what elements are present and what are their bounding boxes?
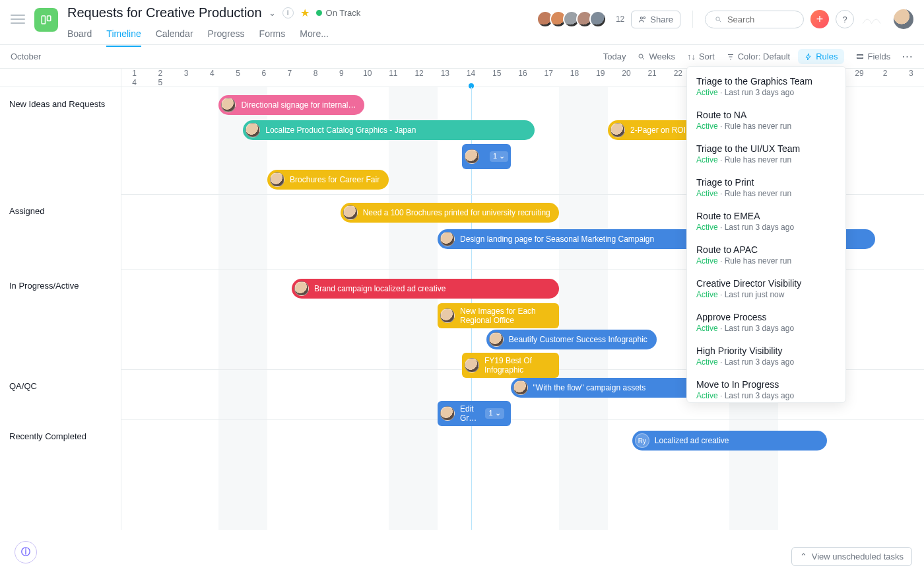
date-cell: 12 — [406, 69, 432, 78]
tab-board[interactable]: Board — [67, 24, 92, 47]
task-bar[interactable]: Need a 100 Brochures printed for univers… — [341, 203, 560, 223]
project-title[interactable]: Requests for Creative Production — [67, 5, 262, 20]
star-icon[interactable]: ★ — [300, 7, 310, 19]
view-unscheduled-button[interactable]: ⌃ View unscheduled tasks — [791, 547, 912, 566]
rule-name: Route to APAC — [696, 244, 836, 255]
separator — [692, 11, 693, 28]
rule-item[interactable]: Triage to the Graphics TeamActive · Last… — [687, 69, 845, 103]
task-bar[interactable]: FY19 Best Of Infographic — [462, 353, 559, 378]
hamburger-icon[interactable] — [11, 12, 25, 26]
header-left: Requests for Creative Production ⌄ i ★ O… — [11, 5, 541, 47]
date-cell: 6 — [251, 69, 277, 78]
date-cell: 14 — [458, 69, 484, 78]
tab-timeline[interactable]: Timeline — [106, 24, 141, 47]
rule-name: Route to NA — [696, 110, 836, 120]
section-header[interactable]: QA/QC — [0, 369, 121, 419]
assignee-avatar — [270, 172, 284, 187]
rule-item[interactable]: Creative Director VisibilityActive · Las… — [687, 271, 845, 305]
fields-button[interactable]: Fields — [856, 52, 890, 61]
member-avatars[interactable] — [541, 11, 607, 28]
section-header[interactable]: In Progress/Active — [0, 269, 121, 369]
more-actions-button[interactable]: ··· — [902, 52, 913, 61]
assignee-avatar: Ry — [635, 433, 649, 448]
task-label: Localized ad creative — [655, 436, 729, 445]
color-button[interactable]: Color: Default — [727, 52, 790, 61]
date-cell: 2 — [873, 69, 898, 78]
global-add-button[interactable]: + — [810, 10, 829, 28]
rule-name: Creative Director Visibility — [696, 278, 836, 289]
project-status[interactable]: On Track — [316, 8, 361, 18]
rule-status: Active · Rule has never run — [696, 189, 836, 198]
rule-item[interactable]: Move to In ProgressActive · Last run 3 d… — [687, 373, 845, 403]
date-cell: 10 — [354, 69, 380, 78]
rule-item[interactable]: Route to NAActive · Rule has never run — [687, 103, 845, 137]
rule-item[interactable]: High Priority VisibilityActive · Last ru… — [687, 339, 845, 373]
search-field[interactable] — [727, 15, 794, 24]
date-cell: 2 — [147, 69, 173, 78]
zoom-selector[interactable]: Weeks — [638, 52, 675, 61]
rule-name: Triage to the UI/UX Team — [696, 143, 836, 154]
svg-point-2 — [641, 17, 643, 18]
tab-more[interactable]: More... — [300, 24, 329, 47]
svg-rect-1 — [48, 16, 51, 21]
svg-point-5 — [639, 54, 643, 58]
project-icon[interactable] — [34, 8, 58, 32]
assignee-avatar — [440, 406, 455, 421]
search-icon — [715, 15, 722, 24]
tab-forms[interactable]: Forms — [259, 24, 286, 47]
task-bar[interactable]: Brochures for Career Fair — [267, 170, 389, 190]
task-bar[interactable]: B fi1 ⌄ — [462, 144, 511, 169]
rules-button[interactable]: Rules — [798, 49, 844, 64]
chevron-up-icon: ⌃ — [800, 552, 807, 561]
today-button[interactable]: Today — [603, 52, 626, 61]
task-label: Directional signage for internal events — [241, 100, 356, 110]
rule-status: Active · Rule has never run — [696, 256, 836, 266]
rule-status: Active · Last run 3 days ago — [696, 324, 836, 333]
section-header[interactable]: Assigned — [0, 194, 121, 269]
people-icon — [638, 15, 647, 24]
app-logo — [861, 12, 887, 26]
share-button[interactable]: Share — [631, 11, 680, 28]
rule-item[interactable]: Approve ProcessActive · Last run 3 days … — [687, 305, 845, 339]
task-bar[interactable]: RyLocalized ad creative — [632, 431, 827, 451]
task-bar[interactable]: Beautify Customer Success Infographic — [486, 330, 657, 349]
task-bar[interactable]: Localize Product Catalog Graphics - Japa… — [243, 120, 535, 140]
weekend-band — [218, 87, 267, 530]
task-label: Design landing page for Seasonal Marketi… — [460, 235, 654, 244]
date-cell: 11 — [380, 69, 406, 78]
rule-item[interactable]: Triage to PrintActive · Rule has never r… — [687, 170, 845, 204]
tab-calendar[interactable]: Calendar — [156, 24, 193, 47]
tab-progress[interactable]: Progress — [208, 24, 245, 47]
task-bar[interactable]: New Images for Each Regional Office — [438, 303, 559, 328]
rule-item[interactable]: Route to APACActive · Rule has never run — [687, 238, 845, 271]
assignee-avatar — [440, 232, 455, 246]
section-header[interactable]: New Ideas and Requests — [0, 87, 121, 194]
rule-name: Route to EMEA — [696, 211, 836, 221]
assignee-avatar — [465, 149, 479, 164]
date-cell: 3 — [898, 69, 924, 78]
title-block: Requests for Creative Production ⌄ i ★ O… — [67, 5, 360, 47]
current-user-avatar[interactable] — [894, 9, 913, 29]
rule-status: Active · Rule has never run — [696, 155, 836, 164]
rule-item[interactable]: Triage to the UI/UX TeamActive · Rule ha… — [687, 137, 845, 170]
search-input[interactable] — [705, 11, 804, 28]
section-header[interactable]: Recently Completed — [0, 419, 121, 530]
chevron-down-icon[interactable]: ⌄ — [269, 8, 276, 18]
info-bubble-button[interactable]: ⓘ — [15, 541, 37, 563]
sort-button[interactable]: ↑↓Sort — [687, 52, 715, 61]
date-cell: 9 — [329, 69, 354, 78]
subtask-badge[interactable]: 1 ⌄ — [490, 151, 508, 161]
rule-name: High Priority Visibility — [696, 345, 836, 356]
rule-item[interactable]: Route to EMEAActive · Last run 3 days ag… — [687, 204, 845, 238]
task-label: New Images for Each Regional Office — [460, 307, 552, 326]
top-bar: Requests for Creative Production ⌄ i ★ O… — [0, 0, 924, 45]
subtask-badge[interactable]: 1 ⌄ — [485, 408, 504, 418]
member-avatar[interactable] — [589, 11, 607, 28]
info-icon[interactable]: i — [282, 7, 294, 18]
task-bar[interactable]: Brand campaign localized ad creative — [292, 279, 559, 299]
rule-name: Triage to the Graphics Team — [696, 76, 836, 87]
month-label: October — [11, 52, 123, 61]
task-bar[interactable]: Directional signage for internal events — [218, 95, 364, 115]
task-bar[interactable]: Edit Graph...1 ⌄ — [438, 401, 511, 426]
help-button[interactable]: ? — [836, 10, 854, 28]
